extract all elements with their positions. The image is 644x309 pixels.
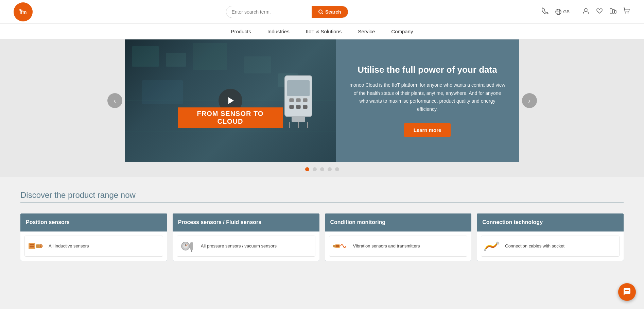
product-card-process[interactable]: Process sensors / Fluid sensors All	[173, 213, 319, 261]
slider-prev-button[interactable]: ‹	[107, 93, 122, 108]
svg-point-13	[627, 13, 628, 14]
slide-description: moneo Cloud is the IIoT platform for any…	[349, 81, 506, 114]
svg-rect-40	[30, 244, 34, 245]
svg-rect-18	[244, 56, 271, 73]
section-divider	[20, 202, 624, 203]
slide-dot-2[interactable]	[313, 167, 317, 171]
user-icon[interactable]	[582, 7, 590, 16]
vibration-label: Vibration sensors and transmitters	[353, 243, 420, 248]
inductive-icon	[28, 239, 45, 253]
svg-rect-16	[193, 43, 227, 70]
svg-point-2	[19, 9, 21, 11]
header-divider	[576, 8, 576, 16]
nav-service[interactable]: Service	[358, 29, 375, 34]
svg-point-44	[40, 245, 41, 247]
svg-rect-14	[132, 46, 159, 67]
product-item-pressure[interactable]: All pressure sensors / vacuum sensors	[177, 236, 315, 257]
nav-company[interactable]: Company	[391, 29, 413, 34]
svg-point-54	[497, 242, 499, 244]
card-items-process: All pressure sensors / vacuum sensors	[173, 231, 319, 261]
slide-image: FROM SENSOR TO CLOUD	[125, 39, 336, 162]
svg-point-12	[625, 13, 626, 14]
product-range-section: Discover the product range now Position …	[0, 177, 644, 281]
play-icon	[226, 96, 235, 105]
main-nav: Products Industries IIoT & Solutions Ser…	[0, 24, 644, 39]
slide-dot-3[interactable]	[320, 167, 324, 171]
section-title: Discover the product range now	[20, 190, 624, 200]
svg-point-8	[585, 8, 587, 11]
slide-dot-5[interactable]	[335, 167, 339, 171]
page-header: ifm Search GB	[0, 0, 644, 24]
product-card-connection[interactable]: Connection technology Connection cables …	[477, 213, 624, 261]
logo[interactable]: ifm	[14, 2, 33, 21]
slide-info-panel: Utilise the full power of your data mone…	[336, 39, 519, 162]
product-card-condition[interactable]: Condition monitoring Vibration sensors a…	[325, 213, 472, 261]
learn-more-button[interactable]: Learn more	[404, 123, 451, 137]
nav-industries[interactable]: Industries	[267, 29, 290, 34]
svg-line-4	[322, 13, 323, 14]
nav-iiot[interactable]: IIoT & Solutions	[306, 29, 342, 34]
product-item-cables[interactable]: Connection cables with socket	[481, 236, 620, 257]
inductive-label: All inductive sensors	[49, 243, 89, 248]
svg-rect-9	[610, 8, 612, 13]
compare-icon[interactable]	[609, 7, 617, 16]
product-item-vibration[interactable]: Vibration sensors and transmitters	[329, 236, 468, 257]
svg-rect-52	[336, 245, 339, 247]
slide-dot-4[interactable]	[328, 167, 332, 171]
search-button[interactable]: Search	[312, 6, 348, 18]
svg-rect-29	[289, 98, 294, 102]
card-title-connection: Connection technology	[477, 213, 624, 231]
svg-point-55	[484, 249, 486, 251]
svg-rect-35	[292, 117, 305, 122]
slide-row: ‹	[125, 39, 519, 162]
header-icons: GB	[541, 7, 630, 16]
card-title-condition: Condition monitoring	[325, 213, 472, 231]
wishlist-icon[interactable]	[596, 7, 603, 16]
pressure-icon	[180, 239, 197, 253]
svg-rect-28	[287, 80, 310, 96]
svg-rect-34	[303, 105, 307, 109]
hero-slider: ‹	[0, 39, 644, 177]
slide-title: Utilise the full power of your data	[358, 64, 497, 76]
svg-rect-41	[30, 246, 34, 247]
search-bar: Search	[226, 6, 348, 18]
svg-rect-10	[612, 10, 614, 13]
svg-rect-11	[615, 11, 616, 13]
search-input[interactable]	[226, 6, 312, 17]
svg-rect-30	[296, 98, 300, 102]
product-item-inductive[interactable]: All inductive sensors	[24, 236, 163, 257]
card-title-position: Position sensors	[20, 213, 167, 231]
svg-rect-49	[190, 242, 193, 250]
slide-overlay-container: FROM SENSOR TO CLOUD	[178, 107, 283, 128]
svg-point-3	[319, 10, 322, 13]
svg-marker-26	[228, 97, 234, 104]
cables-label: Connection cables with socket	[505, 243, 564, 248]
cart-icon[interactable]	[623, 7, 630, 16]
svg-rect-31	[303, 98, 307, 102]
slider-dots	[0, 162, 644, 177]
card-title-process: Process sensors / Fluid sensors	[173, 213, 319, 231]
product-card-position[interactable]: Position sensors All inductive senso	[20, 213, 167, 261]
product-grid: Position sensors All inductive senso	[20, 213, 624, 261]
logo-icon: ifm	[17, 6, 29, 18]
cables-icon	[484, 239, 501, 253]
search-icon	[318, 10, 323, 14]
card-items-connection: Connection cables with socket	[477, 231, 624, 261]
slider-next-button[interactable]: ›	[522, 93, 537, 108]
svg-rect-32	[289, 105, 294, 109]
nav-products[interactable]: Products	[231, 29, 251, 34]
phone-icon[interactable]	[541, 7, 549, 16]
pressure-label: All pressure sensors / vacuum sensors	[201, 243, 277, 248]
card-items-condition: Vibration sensors and transmitters	[325, 231, 472, 261]
svg-point-53	[333, 245, 336, 247]
vibration-icon	[332, 239, 349, 253]
svg-rect-33	[296, 105, 300, 109]
slide-dot-1[interactable]	[305, 167, 309, 171]
device-image	[278, 73, 319, 128]
svg-rect-15	[166, 53, 186, 67]
lang-label: GB	[563, 9, 570, 14]
card-items-position: All inductive sensors	[20, 231, 167, 261]
slide-banner-text: FROM SENSOR TO CLOUD	[178, 107, 283, 128]
svg-rect-50	[191, 250, 192, 252]
language-selector[interactable]: GB	[555, 8, 570, 15]
